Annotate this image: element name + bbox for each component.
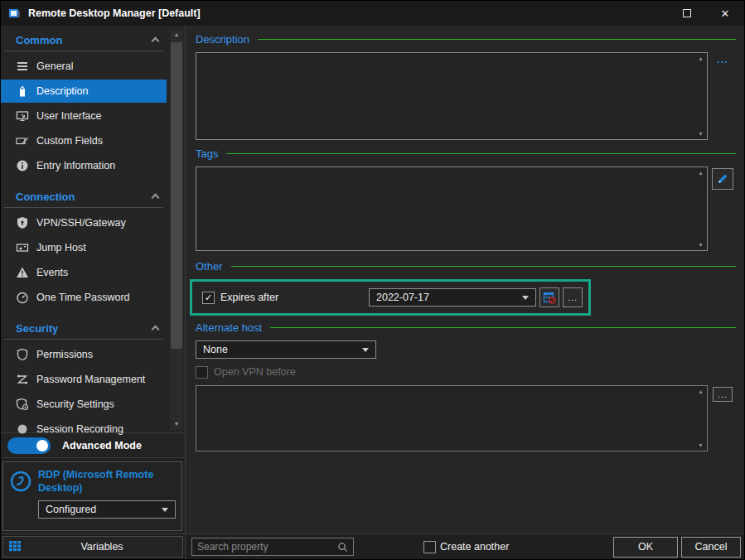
tags-heading: Tags xyxy=(196,147,218,160)
expires-after-highlight: ✓ Expires after 2022-07-17 ... xyxy=(190,279,591,316)
sidebar-item-label: Permissions xyxy=(36,349,93,360)
sidebar-item-label: Events xyxy=(36,267,68,278)
sidebar-item-label: User Interface xyxy=(36,110,102,122)
open-vpn-row: Open VPN before xyxy=(196,364,738,380)
sidebar-item-label: Jump Host xyxy=(36,242,86,253)
sidebar-item-custom-fields[interactable]: Custom Fields xyxy=(1,129,167,152)
section-divider xyxy=(4,339,163,340)
sidebar-scrollbar[interactable] xyxy=(170,29,183,430)
sidebar-item-label: Entry Information xyxy=(36,160,115,171)
sidebar-item-description[interactable]: Description xyxy=(1,80,167,103)
expires-date-dropdown[interactable]: 2022-07-17 xyxy=(369,288,536,307)
expires-after-label: Expires after xyxy=(220,292,278,303)
open-vpn-checkbox[interactable] xyxy=(196,366,208,379)
edit-tags-button[interactable] xyxy=(712,168,733,190)
description-more-button[interactable]: ... xyxy=(717,56,728,64)
sidebar-item-events[interactable]: Events xyxy=(1,261,167,284)
sidebar-item-vpn-ssh-gateway[interactable]: VPN/SSH/Gateway xyxy=(1,211,167,234)
search-icon xyxy=(337,542,348,553)
sidebar-item-security-settings[interactable]: Security Settings xyxy=(1,393,167,416)
variables-grid-icon xyxy=(8,539,22,555)
sidebar-item-user-interface[interactable]: User Interface xyxy=(1,104,167,128)
sidebar-item-general[interactable]: General xyxy=(1,55,167,78)
chevron-up-icon xyxy=(152,194,160,202)
scroll-up-icon[interactable] xyxy=(698,56,704,61)
section-header-common[interactable]: Common xyxy=(1,29,167,51)
scroll-up-icon[interactable] xyxy=(170,29,183,41)
general-list-icon xyxy=(16,60,29,73)
expires-more-button[interactable]: ... xyxy=(563,287,583,307)
vpn-script-textarea[interactable] xyxy=(196,385,708,451)
sidebar: Common General Description User Interfac… xyxy=(1,26,186,533)
warning-icon xyxy=(16,266,29,279)
section-label: Connection xyxy=(16,191,152,203)
ok-button[interactable]: OK xyxy=(613,537,678,558)
expires-after-checkbox[interactable]: ✓ xyxy=(202,292,215,304)
variables-label: Variables xyxy=(22,541,182,553)
scroll-up-icon[interactable] xyxy=(698,389,704,394)
remote-desktop-manager-window: Remote Desktop Manager [Default] Common … xyxy=(0,0,745,560)
monitor-icon xyxy=(16,109,29,123)
section-header-security[interactable]: Security xyxy=(1,317,167,339)
window-title: Remote Desktop Manager [Default] xyxy=(28,7,201,19)
chevron-down-icon xyxy=(162,508,168,512)
sidebar-item-label: General xyxy=(36,60,73,72)
maximize-icon xyxy=(683,9,691,17)
sidebar-nav: Common General Description User Interfac… xyxy=(1,26,185,433)
calendar-clock-icon xyxy=(543,291,556,304)
sidebar-item-jump-host[interactable]: Jump Host xyxy=(1,236,167,259)
custom-fields-icon xyxy=(16,134,29,147)
shield-outline-icon xyxy=(16,348,29,361)
create-another-checkbox[interactable] xyxy=(423,541,436,553)
rdp-status-value: Configured xyxy=(46,504,162,515)
alternate-host-dropdown[interactable]: None xyxy=(196,340,376,359)
title-bar: Remote Desktop Manager [Default] xyxy=(1,1,744,26)
chevron-up-icon xyxy=(152,326,160,334)
info-icon xyxy=(16,159,29,172)
main-content: Description ... Tags xyxy=(186,26,744,533)
vpn-script-more-button[interactable]: ... xyxy=(713,387,733,402)
footer-bar: Variables Create another OK Cancel xyxy=(1,533,744,559)
calendar-picker-button[interactable] xyxy=(539,287,559,307)
tags-textarea[interactable] xyxy=(196,167,708,251)
variables-button[interactable]: Variables xyxy=(2,536,183,558)
chevron-down-icon xyxy=(522,296,529,300)
rdp-title: RDP (Microsoft Remote Desktop) xyxy=(38,469,171,495)
description-textarea[interactable] xyxy=(196,52,708,140)
section-divider xyxy=(4,51,163,51)
section-rule xyxy=(258,39,736,40)
section-label: Security xyxy=(16,322,152,335)
sidebar-item-one-time-password[interactable]: One Time Password xyxy=(1,286,167,309)
shield-gear-icon xyxy=(16,398,29,411)
description-heading: Description xyxy=(196,33,249,46)
alternate-host-heading: Alternate host xyxy=(196,321,262,334)
sidebar-item-label: Security Settings xyxy=(36,398,114,410)
chevron-down-icon xyxy=(362,348,369,352)
shield-lock-icon xyxy=(16,216,29,229)
sidebar-item-password-management[interactable]: Password Management xyxy=(1,368,167,391)
toggle-knob xyxy=(36,440,48,451)
section-header-connection[interactable]: Connection xyxy=(1,186,167,207)
search-property-input[interactable] xyxy=(192,541,337,553)
close-button[interactable] xyxy=(706,1,744,26)
scroll-down-icon[interactable] xyxy=(698,131,704,137)
sidebar-item-permissions[interactable]: Permissions xyxy=(1,343,167,366)
section-rule xyxy=(231,266,736,267)
scroll-down-icon[interactable] xyxy=(698,442,704,448)
sidebar-item-label: One Time Password xyxy=(36,292,130,303)
password-link-icon xyxy=(16,373,29,386)
scrollbar-thumb[interactable] xyxy=(171,42,182,349)
sidebar-item-label: Password Management xyxy=(36,374,145,385)
maximize-button[interactable] xyxy=(668,1,706,26)
scroll-down-icon[interactable] xyxy=(170,418,183,430)
tag-icon xyxy=(16,84,29,98)
scroll-up-icon[interactable] xyxy=(698,170,704,176)
advanced-mode-toggle[interactable] xyxy=(7,437,51,454)
expires-date-value: 2022-07-17 xyxy=(376,292,522,303)
scroll-down-icon[interactable] xyxy=(698,242,704,248)
rdp-status-dropdown[interactable]: Configured xyxy=(38,500,176,519)
jump-host-icon xyxy=(16,241,29,254)
cancel-button[interactable]: Cancel xyxy=(681,537,741,558)
record-dot-icon xyxy=(16,422,29,436)
sidebar-item-entry-information[interactable]: Entry Information xyxy=(1,154,167,177)
